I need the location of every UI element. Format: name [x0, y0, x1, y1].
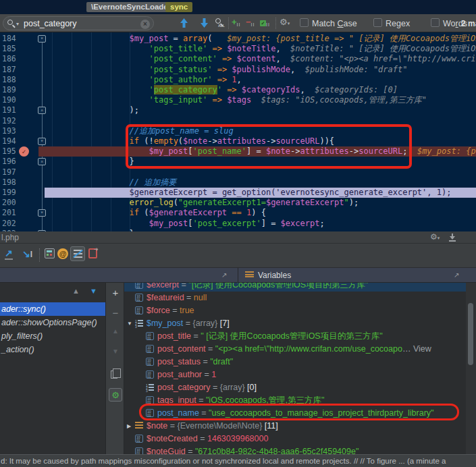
line-number[interactable]: 187: [2, 65, 18, 75]
words-checkbox[interactable]: [431, 18, 440, 27]
line-number[interactable]: 196: [2, 157, 18, 167]
scrollbar-thumb[interactable]: [468, 303, 473, 365]
select-all-occurrences-button[interactable]: ✓II: [260, 17, 270, 27]
variable-row-featureid[interactable]: 1001$featureid = null: [124, 292, 466, 304]
watch-settings-icon[interactable]: ⚙: [109, 388, 122, 402]
variable-row-post_title[interactable]: 1001post_title = " [记录] 使用Cocoapods管理iOS…: [124, 330, 466, 343]
line-number[interactable]: 186: [2, 54, 18, 64]
fold-marker-icon[interactable]: ▿: [38, 209, 46, 217]
copy-watch-icon[interactable]: [111, 370, 117, 379]
variable-row-post_status[interactable]: 1001post_status = "draft": [124, 356, 466, 368]
variable-row-post_content[interactable]: 1001post_content = "<p><a href=\"http://…: [124, 343, 466, 356]
code-editor[interactable]: 184▿ $my_post = array( $my_post: {post_t…: [0, 32, 476, 231]
line-number[interactable]: 190: [2, 95, 18, 105]
evaluate-expression-button[interactable]: [45, 248, 55, 258]
variable-row-post_category[interactable]: 123post_category = {array} [0]: [124, 381, 466, 394]
line-number[interactable]: 200: [2, 198, 18, 208]
view-link[interactable]: … View: [402, 344, 431, 354]
variables-float-icon[interactable]: ↗: [454, 271, 462, 279]
filebar-gear-icon[interactable]: ⚙▾: [430, 232, 440, 242]
remove-watch-icon[interactable]: −: [106, 307, 125, 319]
tree-expander-icon[interactable]: ▶: [127, 420, 135, 433]
add-watch-icon[interactable]: +: [106, 287, 125, 298]
tree-expander-icon[interactable]: ▼: [127, 317, 135, 330]
search-history-chevron-icon[interactable]: ▾: [16, 21, 19, 27]
line-number[interactable]: 188: [2, 75, 18, 85]
breakpoint-icon[interactable]: ✓: [19, 146, 29, 157]
stack-frame-item[interactable]: ply_filters(): [0, 329, 105, 343]
code-line-202[interactable]: 202 $my_post['post_excerpt'] = $excerpt;: [0, 219, 476, 229]
variable-row-force[interactable]: 1001$force = true: [124, 304, 466, 317]
code-line-201[interactable]: 201▿ if ($generateExcerpt == 1) {: [0, 208, 476, 218]
code-line-200[interactable]: 200 error_log("generateExcerpt1=$generat…: [0, 198, 476, 208]
line-number[interactable]: 184: [2, 34, 18, 44]
remove-selection-button[interactable]: −II: [246, 17, 255, 27]
stack-frame-item[interactable]: ader::sync(): [0, 302, 105, 316]
code-line-191[interactable]: 191▵ );: [0, 105, 476, 115]
step-out-button[interactable]: ↗: [5, 248, 13, 260]
line-number[interactable]: 195: [2, 146, 18, 157]
stack-frame-item[interactable]: _action(): [0, 343, 105, 356]
line-number[interactable]: 202: [2, 219, 18, 229]
fold-marker-icon[interactable]: ▵: [38, 107, 46, 114]
variable-row-post_author[interactable]: 1001post_author = 1: [124, 368, 466, 381]
line-number[interactable]: 193: [2, 126, 18, 136]
previous-occurrence-button[interactable]: [180, 18, 188, 28]
add-selection-button[interactable]: +II: [232, 17, 240, 27]
restore-layout-icon[interactable]: [448, 234, 456, 242]
line-number[interactable]: 192: [2, 116, 18, 126]
move-watch-up-icon[interactable]: ▲: [106, 327, 125, 335]
match-case-label[interactable]: Match Case: [312, 19, 357, 28]
line-number[interactable]: 197: [2, 167, 18, 177]
code-line-189[interactable]: 189 'post_category' => $categoryIds, $ca…: [0, 85, 476, 95]
breadcrumb-class-tab[interactable]: \EvernoteSyncLoader: [86, 2, 176, 12]
regex-checkbox[interactable]: [373, 18, 382, 27]
clear-search-icon[interactable]: ×: [140, 20, 150, 29]
search-settings-gear-icon[interactable]: ⚙▾: [280, 17, 290, 27]
variable-row-note[interactable]: ▶$note = {Evernote\Model\Note} [11]: [124, 420, 466, 433]
line-number[interactable]: 189: [2, 85, 18, 95]
watch-method-return-button[interactable]: @: [57, 248, 68, 259]
debug-file-tab[interactable]: l.php: [1, 233, 19, 242]
line-number[interactable]: 199: [2, 188, 18, 198]
variable-row-my_post[interactable]: ▼123$my_post = {array} [7]: [124, 317, 466, 330]
line-number[interactable]: 185: [2, 44, 18, 54]
search-query-text[interactable]: post_category: [24, 19, 77, 29]
code-line-184[interactable]: 184▿ $my_post = array( $my_post: {post_t…: [0, 34, 476, 44]
code-line-186[interactable]: 186 'post_content' => $content, $content…: [0, 54, 476, 64]
show-values-inline-toggle[interactable]: [70, 246, 85, 261]
variable-row-noteGuid[interactable]: 1001$noteGuid = "671c0b84-982c-4b48-aaa6…: [124, 445, 466, 454]
stack-frame-item[interactable]: ader::showOptionsPage(): [0, 316, 105, 329]
variable-name: post_status: [157, 357, 201, 366]
fold-marker-icon[interactable]: ▵: [38, 158, 46, 165]
next-occurrence-button[interactable]: [200, 18, 209, 28]
line-number[interactable]: 194: [2, 136, 18, 146]
line-number[interactable]: 198: [2, 177, 18, 188]
frames-float-icon[interactable]: ↗: [221, 271, 230, 279]
code-line-185[interactable]: 185 'post_title' => $noteTitle, $noteTit…: [0, 44, 476, 54]
breadcrumb-method-tab[interactable]: sync: [165, 2, 192, 12]
find-all-button[interactable]: ALL: [215, 18, 226, 29]
move-watch-down-icon[interactable]: ▼: [106, 348, 125, 355]
variable-row-noteCreated[interactable]: 1001$noteCreated = 1463039968000: [124, 433, 466, 445]
code-line-190[interactable]: 190 'tags_input' => $tags $tags: "iOS,co…: [0, 95, 476, 105]
search-input[interactable]: ▾ post_category ×: [3, 16, 154, 30]
code-line-198[interactable]: 198 // 追加摘要: [0, 177, 476, 188]
regex-label[interactable]: Regex: [386, 19, 410, 28]
line-number[interactable]: 191: [2, 105, 18, 115]
frame-down-icon[interactable]: ▼: [90, 287, 97, 295]
fold-marker-icon[interactable]: ▿: [38, 138, 46, 145]
fold-marker-icon[interactable]: ▿: [38, 35, 46, 43]
line-number[interactable]: 201: [2, 208, 18, 218]
code-line-199[interactable]: 199 $generateExcerpt = get_option('evern…: [0, 188, 476, 198]
match-case-checkbox[interactable]: [300, 18, 309, 27]
variables-scrollbar[interactable]: [466, 283, 476, 454]
run-to-cursor-button[interactable]: ↘I: [22, 248, 32, 259]
object-icon: [135, 422, 143, 429]
frame-up-icon[interactable]: ▲: [72, 287, 80, 295]
variable-row-excerpt[interactable]: 1001$excerpt = "[记录] 使用Cocoapods管理iOS项目的…: [124, 283, 466, 292]
code-line-188[interactable]: 188 'post_author' => 1,: [0, 75, 476, 85]
restore-breakpoint-button[interactable]: ➜: [88, 248, 97, 258]
variables-menu-icon[interactable]: [245, 271, 254, 279]
code-line-187[interactable]: 187 'post_status' => $publishMode, $publ…: [0, 65, 476, 75]
